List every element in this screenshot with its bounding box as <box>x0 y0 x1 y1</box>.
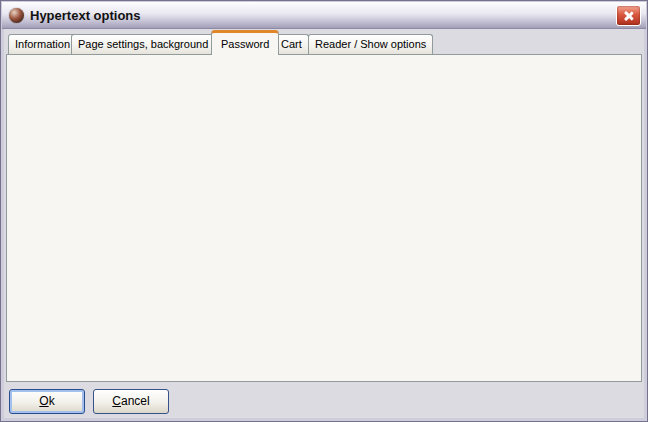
window-title: Hypertext options <box>30 8 141 23</box>
tab-information[interactable]: Information <box>8 34 77 55</box>
tab-page-settings[interactable]: Page settings, background <box>71 34 215 55</box>
tab-password[interactable]: Password <box>211 30 279 55</box>
close-icon <box>623 10 634 21</box>
cancel-button[interactable]: Cancel <box>93 389 169 414</box>
password-tab-panel <box>6 54 642 382</box>
hypertext-options-dialog: Hypertext options Information Page setti… <box>0 0 648 422</box>
close-button[interactable] <box>616 5 641 26</box>
ok-button[interactable]: Ok <box>9 389 85 414</box>
titlebar[interactable]: Hypertext options <box>2 2 646 29</box>
app-icon <box>9 8 24 23</box>
tab-reader-show-options[interactable]: Reader / Show options <box>308 34 433 55</box>
tab-cart[interactable]: Cart <box>274 34 309 55</box>
